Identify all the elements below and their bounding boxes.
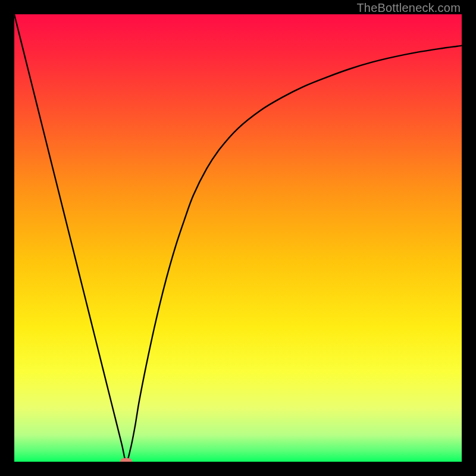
curve-layer	[14, 14, 462, 462]
optimal-point-marker	[120, 458, 132, 462]
plot-area	[14, 14, 462, 462]
chart-frame: TheBottleneck.com	[0, 0, 476, 476]
bottleneck-curve	[14, 14, 462, 462]
watermark-text: TheBottleneck.com	[356, 1, 461, 15]
